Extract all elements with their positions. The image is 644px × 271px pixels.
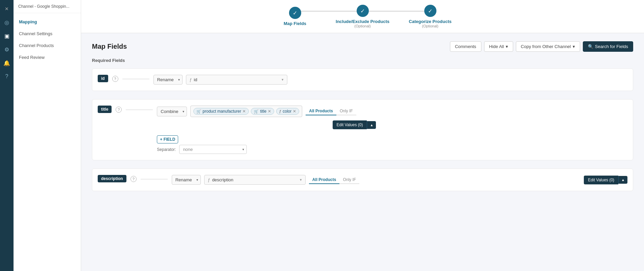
- table-row: description ? Rename ƒ description ▾: [92, 168, 633, 191]
- title-field-row-top: Combine 🛒 product manufacturer ✕ 🛒: [157, 106, 376, 129]
- table-row: title ? Combine 🛒 product manu: [92, 99, 633, 160]
- id-field-line: [122, 79, 149, 79]
- title-edit-values-expand[interactable]: ▲: [367, 121, 376, 129]
- sidebar-nav: Mapping Channel Settings Channel Product…: [14, 13, 81, 66]
- toolbar: Comments Hide All ▾ Copy from Other Chan…: [450, 41, 633, 52]
- grid-icon[interactable]: ▣: [1, 30, 12, 41]
- description-all-products-tab[interactable]: All Products: [309, 176, 340, 184]
- search-icon: 🔍: [588, 44, 593, 49]
- copy-from-channel-button[interactable]: Copy from Other Channel ▾: [516, 41, 580, 52]
- title-all-products-tab[interactable]: All Products: [306, 107, 336, 115]
- description-field-line: [141, 179, 168, 179]
- step-map-fields: ✓ Map Fields: [261, 7, 329, 26]
- search-for-fields-button[interactable]: 🔍 Search for Fields: [583, 41, 633, 52]
- page-title: Map Fields: [92, 43, 127, 50]
- home-icon[interactable]: ◎: [1, 17, 12, 28]
- comments-button[interactable]: Comments: [450, 41, 481, 52]
- step-include-exclude: ✓ Include/Exclude Products (Optional): [329, 5, 397, 28]
- description-func-icon: ƒ: [208, 178, 210, 182]
- description-mapping-type-select[interactable]: Rename: [172, 175, 201, 185]
- separator-label: Separator:: [157, 147, 176, 152]
- title-field-line: [126, 110, 153, 110]
- description-edit-values-group: Edit Values (0) ▲: [584, 176, 627, 184]
- title-only-if-tab[interactable]: Only IF: [336, 107, 356, 115]
- title-combine-options: + FIELD Separator: none: [157, 135, 376, 154]
- step-map-fields-label: Map Fields: [284, 21, 306, 26]
- title-separator-row: Separator: none: [157, 145, 376, 154]
- sidebar-item-channel-products[interactable]: Channel Products: [14, 40, 81, 51]
- description-edit-values-expand[interactable]: ▲: [618, 176, 627, 184]
- title-row-main: title ? Combine 🛒 product manu: [98, 106, 376, 154]
- title-add-field-button[interactable]: + FIELD: [157, 135, 178, 143]
- step-categorize-circle: ✓: [424, 5, 436, 17]
- description-field-badge: description: [98, 175, 126, 182]
- icon-bar: ✕ ◎ ▣ ⚙ 🔔 ?: [0, 0, 14, 271]
- step-categorize: ✓ Categorize Products (Optional): [397, 5, 464, 28]
- tag-color: ƒ color ✕: [276, 108, 299, 115]
- func-icon-color: ƒ: [279, 109, 281, 113]
- tag-title: 🛒 title ✕: [251, 108, 274, 115]
- close-icon[interactable]: ✕: [1, 3, 12, 14]
- id-field-controls: Rename ƒ id ▾: [153, 75, 627, 85]
- tag-close-title[interactable]: ✕: [268, 109, 271, 114]
- title-mapping-type-select[interactable]: Combine: [157, 107, 187, 116]
- title-field-controls: Combine 🛒 product manufacturer ✕ 🛒: [157, 106, 376, 154]
- stepper: ✓ Map Fields ✓ Include/Exclude Products …: [81, 0, 644, 33]
- tag-label-pm: product manufacturer: [202, 109, 241, 114]
- content-area: Map Fields Comments Hide All ▾ Copy from…: [81, 33, 644, 271]
- description-field-row-top: Rename ƒ description ▾ All Products Only…: [172, 175, 627, 185]
- chevron-down-icon: ▾: [506, 44, 508, 49]
- cart-icon-pm: 🛒: [196, 109, 201, 114]
- id-mapping-type-select[interactable]: Rename: [153, 75, 183, 85]
- main-content: ✓ Map Fields ✓ Include/Exclude Products …: [81, 0, 644, 271]
- step-categorize-label: Categorize Products: [409, 19, 451, 24]
- title-mapping-type-wrapper: Combine: [157, 107, 187, 116]
- step-include-exclude-sublabel: (Optional): [354, 24, 371, 28]
- hide-all-button[interactable]: Hide All ▾: [484, 41, 513, 52]
- separator-select-wrapper: none: [179, 145, 247, 154]
- description-help-icon[interactable]: ?: [130, 176, 137, 182]
- sidebar-item-feed-review[interactable]: Feed Review: [14, 51, 81, 63]
- id-func-icon: ƒ: [190, 77, 192, 82]
- sidebar: Channel - Google Shoppin... Mapping Chan…: [14, 0, 81, 271]
- sidebar-item-mapping[interactable]: Mapping: [14, 16, 81, 28]
- hide-all-label: Hide All: [489, 44, 504, 49]
- step-categorize-sublabel: (Optional): [422, 24, 438, 28]
- id-help-icon[interactable]: ?: [112, 76, 118, 82]
- search-for-fields-label: Search for Fields: [595, 44, 628, 49]
- bell-icon[interactable]: 🔔: [1, 58, 12, 68]
- description-field-controls: Rename ƒ description ▾ All Products Only…: [172, 175, 627, 185]
- title-help-icon[interactable]: ?: [116, 107, 122, 113]
- tag-close-pm[interactable]: ✕: [242, 109, 246, 114]
- description-toggle-tabs: All Products Only IF: [309, 176, 359, 184]
- tag-product-manufacturer: 🛒 product manufacturer ✕: [193, 108, 249, 115]
- tag-close-color[interactable]: ✕: [293, 109, 296, 114]
- id-mapping-type-wrapper: Rename: [153, 75, 183, 85]
- description-value-input: ƒ description ▾: [204, 175, 306, 185]
- title-field-badge: title: [98, 106, 112, 113]
- sidebar-item-channel-settings[interactable]: Channel Settings: [14, 28, 81, 40]
- step-include-exclude-circle: ✓: [357, 5, 369, 17]
- title-edit-values-group: Edit Values (0) ▲: [333, 120, 376, 129]
- title-edit-values-button[interactable]: Edit Values (0): [333, 120, 367, 129]
- sidebar-header: Channel - Google Shoppin...: [14, 0, 81, 13]
- step-include-exclude-label: Include/Exclude Products: [336, 19, 389, 24]
- cart-icon-title: 🛒: [254, 109, 259, 114]
- copy-from-label: Copy from Other Channel: [521, 44, 571, 49]
- help-icon[interactable]: ?: [1, 71, 12, 82]
- id-field-badge: id: [98, 75, 108, 82]
- title-toggle-tabs: All Products Only IF: [306, 107, 356, 115]
- title-tags-input[interactable]: 🛒 product manufacturer ✕ 🛒 title ✕ ƒ: [190, 106, 302, 117]
- id-dropdown-arrow[interactable]: ▾: [282, 77, 284, 82]
- content-header: Map Fields Comments Hide All ▾ Copy from…: [92, 41, 633, 52]
- tag-label-color: color: [283, 109, 291, 114]
- description-dropdown-arrow[interactable]: ▾: [300, 178, 302, 182]
- step-map-fields-circle: ✓: [289, 7, 301, 19]
- separator-select[interactable]: none: [179, 145, 247, 154]
- id-value-text: id: [194, 77, 197, 82]
- description-mapping-type-wrapper: Rename: [172, 175, 201, 185]
- settings-icon[interactable]: ⚙: [1, 44, 12, 55]
- table-row: id ? Rename ƒ id ▾: [92, 68, 633, 91]
- description-edit-values-button[interactable]: Edit Values (0): [584, 176, 618, 184]
- description-only-if-tab[interactable]: Only IF: [339, 176, 359, 184]
